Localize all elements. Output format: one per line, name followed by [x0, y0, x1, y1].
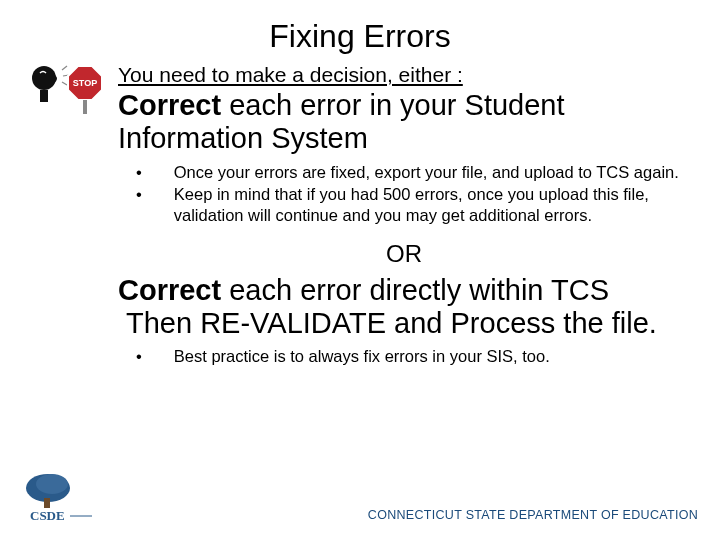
- bullet-icon: •: [136, 162, 142, 183]
- option1-heading: Correct each error in your Student Infor…: [118, 89, 690, 156]
- option2-bold: Correct: [118, 274, 221, 306]
- svg-point-0: [32, 66, 56, 90]
- svg-rect-4: [40, 90, 48, 102]
- intro-line: You need to make a decision, either :: [118, 63, 690, 87]
- option2-bullets: • Best practice is to always fix errors …: [118, 346, 690, 367]
- footer: CSDE CONNECTICUT STATE DEPARTMENT OF EDU…: [0, 470, 720, 540]
- option1-bold: Correct: [118, 89, 221, 121]
- bullet-icon: •: [136, 184, 142, 225]
- footer-org: CONNECTICUT STATE DEPARTMENT OF EDUCATIO…: [92, 508, 698, 526]
- bullet-text: Best practice is to always fix errors in…: [174, 346, 690, 367]
- bullet-text: Keep in mind that if you had 500 errors,…: [174, 184, 690, 225]
- svg-line-1: [62, 66, 67, 70]
- or-divider: OR: [118, 240, 690, 268]
- option2-rest1: each error directly within TCS: [221, 274, 609, 306]
- bullet-text: Once your errors are fixed, export your …: [174, 162, 690, 183]
- list-item: • Best practice is to always fix errors …: [136, 346, 690, 367]
- stop-sign-graphic: STOP: [20, 50, 110, 120]
- option2-rest2: Then RE-VALIDATE and Process the file.: [126, 307, 690, 340]
- svg-rect-9: [44, 498, 50, 508]
- option1-bullets: • Once your errors are fixed, export you…: [118, 162, 690, 226]
- csde-logo: CSDE: [22, 470, 92, 526]
- list-item: • Once your errors are fixed, export you…: [136, 162, 690, 183]
- svg-text:CSDE: CSDE: [30, 508, 65, 523]
- option2-heading: Correct each error directly within TCS T…: [118, 274, 690, 341]
- svg-line-3: [62, 82, 67, 85]
- svg-rect-6: [83, 100, 87, 114]
- stop-sign-label: STOP: [73, 78, 97, 88]
- svg-point-8: [36, 474, 68, 494]
- bullet-icon: •: [136, 346, 142, 367]
- list-item: • Keep in mind that if you had 500 error…: [136, 184, 690, 225]
